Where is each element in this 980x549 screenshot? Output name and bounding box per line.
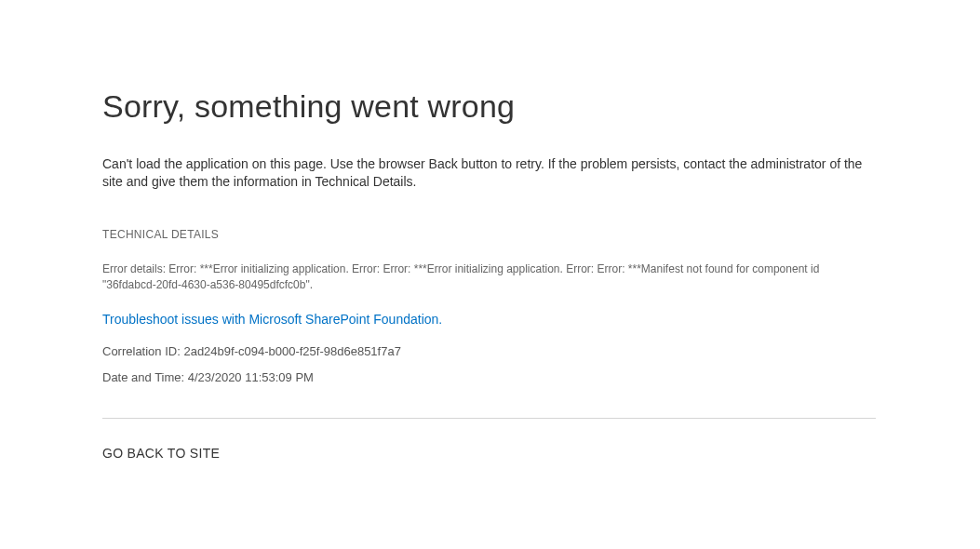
error-details-text: Error details: Error: ***Error initializ…: [102, 261, 876, 293]
error-message: Can't load the application on this page.…: [102, 155, 876, 191]
error-page-container: Sorry, something went wrong Can't load t…: [0, 0, 980, 462]
divider: [102, 418, 876, 419]
datetime-line: Date and Time: 4/23/2020 11:53:09 PM: [102, 370, 876, 384]
error-title: Sorry, something went wrong: [102, 88, 876, 125]
go-back-to-site-link[interactable]: GO BACK TO SITE: [102, 446, 220, 461]
correlation-id-line: Correlation ID: 2ad24b9f-c094-b000-f25f-…: [102, 344, 876, 358]
technical-details-label: TECHNICAL DETAILS: [102, 228, 876, 241]
troubleshoot-link[interactable]: Troubleshoot issues with Microsoft Share…: [102, 312, 442, 327]
